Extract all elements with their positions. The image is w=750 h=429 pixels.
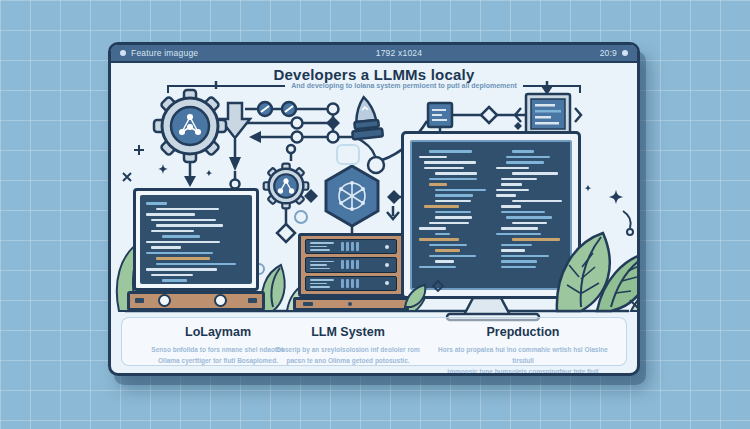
server-unit [305,257,397,272]
window-title: Feature imaguge [131,48,198,58]
server-rack-base [293,297,409,311]
feature-image-window: Feature imaguge 1792 x1024 20:9 Develope… [108,42,640,376]
subtitle-line-right [523,85,581,87]
subtitle-row: And developing to lolana system permloen… [111,82,637,89]
image-dimensions-label: 1792 x1024 [376,48,422,58]
aspect-ratio-label: 20:9 [600,48,617,58]
page-title: Developers a LLMMs localy [111,66,637,83]
arrow-down-icon [229,157,241,171]
code-column-left [419,147,487,283]
monitor-code-screen [410,140,572,290]
page-subtitle: And developing to lolana system permloen… [291,82,517,89]
knob-icon [158,294,171,307]
big-arrow-down-icon [220,103,250,138]
share-nodes-icon [278,179,293,193]
code-block-icon [428,103,452,127]
gear-icon [264,164,309,209]
tablet-device [133,188,259,291]
tablet-code-screen [140,195,252,284]
column-caption: Hors ato propalea hui lno commahie wrtis… [429,344,617,373]
base-dot [348,302,352,306]
base-slot [248,298,257,303]
caption-column-prepduction: Prepduction Hors ato propalea hui lno co… [429,325,617,373]
arrow-left-icon [249,131,261,143]
code-block-icon [515,94,581,134]
caption-column-llm-system: LLM System Doserip by an sreylolsolosion… [268,325,428,366]
network-graph-icon [180,115,201,135]
subtitle-line-left [167,85,285,87]
server-unit [305,276,397,291]
desktop-monitor [401,131,581,299]
column-caption: Doserip by an sreylolsolosion inf deoloi… [268,344,428,366]
status-led [385,263,389,267]
arrow-down-icon [387,206,399,219]
server-unit [305,239,397,254]
code-column-right [496,147,564,283]
hexagon-network-icon [326,166,378,226]
stamp-icon [349,96,383,140]
knob-icon [214,294,227,307]
column-title: Prepduction [429,325,617,339]
base-slot [135,298,144,303]
illustration-stage: Developers a LLMMs localy And developing… [111,45,637,373]
window-dot-icon [120,50,126,56]
base-slot [303,302,313,306]
gear-icon [154,90,226,162]
status-led [385,281,389,285]
tablet-base [127,291,265,311]
status-led [385,245,389,249]
server-rack [298,233,404,297]
arrow-down-icon [184,176,196,187]
column-title: LLM System [268,325,428,339]
monitor-stand [464,298,510,315]
window-dot-icon [622,50,628,56]
window-titlebar: Feature imaguge 1792 x1024 20:9 [111,45,637,63]
